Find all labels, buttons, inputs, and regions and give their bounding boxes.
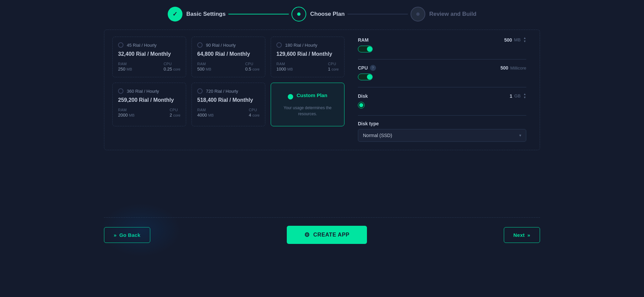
cpu-value: 500	[495, 65, 508, 71]
cpu-unit: Millicore	[510, 66, 526, 71]
main-container: 45 Rial / Hourly 32,400 Rial / Monthly R…	[104, 30, 540, 150]
plan-1-cpu: CPU 0.25 core	[164, 62, 180, 72]
plan-5-cpu: CPU 4 core	[249, 108, 260, 118]
plan-4-header: 360 Rial / Hourly	[118, 88, 180, 94]
plan-1-cpu-value: 0.25 core	[164, 67, 180, 72]
divider-2	[358, 87, 526, 87]
disk-toggle[interactable]	[358, 102, 365, 109]
disk-toggle-row	[358, 102, 526, 109]
disk-type-label: Disk type	[358, 121, 526, 126]
cpu-toggle-row	[358, 74, 526, 80]
plan-3-cpu-value: 1 core	[328, 67, 339, 72]
plan-1-header: 45 Rial / Hourly	[118, 42, 180, 48]
cpu-help-icon[interactable]: ?	[370, 65, 376, 71]
plan-1-ram-value: 250 MB	[118, 67, 132, 72]
step-3-circle	[411, 7, 425, 22]
plan-2-hourly: 90 Rial / Hourly	[206, 43, 236, 48]
plan-3-cpu: CPU 1 core	[328, 62, 339, 72]
plan-3-hourly: 180 Rial / Hourly	[285, 43, 317, 48]
plan-4-cpu: CPU 2 core	[170, 108, 180, 118]
gear-icon: ⚙	[304, 231, 310, 239]
cpu-header: CPU ? 500 Millicore	[358, 65, 526, 71]
disk-down-arrow[interactable]: ▼	[523, 96, 526, 99]
ram-spinner[interactable]: ▲ ▼	[523, 37, 526, 43]
custom-plan-title: Custom Plan	[297, 92, 327, 98]
bottom-bar: » Go Back ⚙ CREATE APP Next »	[104, 218, 540, 252]
plan-5-cpu-value: 4 core	[249, 113, 260, 118]
plan-3-radio	[276, 42, 282, 48]
ram-toggle-thumb	[367, 46, 372, 52]
plan-card-1[interactable]: 45 Rial / Hourly 32,400 Rial / Monthly R…	[112, 37, 186, 77]
plan-card-2[interactable]: 90 Rial / Hourly 64,800 Rial / Monthly R…	[192, 37, 265, 77]
connector-2	[347, 14, 408, 14]
stepper: ✓ Basic Settings Choose Plan Review and …	[0, 0, 644, 27]
disk-label: Disk	[358, 93, 368, 99]
right-panel: RAM 500 MB ▲ ▼	[353, 37, 532, 142]
chevron-down-icon: ▾	[519, 133, 521, 138]
plan-3-ram-value: 1000 MB	[276, 67, 293, 72]
plan-1-specs: RAM 250 MB CPU 0.25 core	[118, 62, 180, 72]
step-3-label: Review and Build	[429, 11, 477, 17]
cpu-toggle-thumb	[367, 74, 372, 80]
step-1-label: Basic Settings	[186, 11, 226, 17]
plan-5-header: 720 Rial / Hourly	[197, 88, 260, 94]
cpu-toggle[interactable]	[358, 74, 373, 80]
plan-3-specs: RAM 1000 MB CPU 1 core	[276, 62, 339, 72]
plan-4-specs: RAM 2000 MB CPU 2 core	[118, 108, 180, 118]
plan-card-4[interactable]: 360 Rial / Hourly 259,200 Rial / Monthly…	[112, 83, 186, 126]
go-back-button[interactable]: » Go Back	[104, 227, 150, 243]
plan-2-ram-value: 500 MB	[197, 67, 211, 72]
plan-3-header: 180 Rial / Hourly	[276, 42, 339, 48]
plan-2-monthly: 64,800 Rial / Monthly	[197, 51, 260, 57]
ram-label: RAM	[358, 37, 369, 43]
disk-indicator	[359, 103, 363, 107]
next-arrows-icon: »	[527, 232, 530, 238]
svg-point-0	[297, 12, 301, 16]
plan-1-radio	[118, 42, 123, 48]
disk-type-dropdown[interactable]: Normal (SSD) ▾	[358, 129, 526, 142]
ram-toggle[interactable]	[358, 46, 373, 52]
disk-row: Disk 1 GB ▲ ▼	[358, 93, 526, 109]
disk-header: Disk 1 GB ▲ ▼	[358, 93, 526, 99]
svg-point-1	[416, 12, 420, 16]
plan-2-radio	[197, 42, 203, 48]
plan-card-3[interactable]: 180 Rial / Hourly 129,600 Rial / Monthly…	[271, 37, 344, 77]
custom-plan-radio	[288, 94, 293, 99]
ram-unit: MB	[514, 37, 521, 42]
plans-layout: 45 Rial / Hourly 32,400 Rial / Monthly R…	[112, 37, 532, 142]
plan-card-5[interactable]: 720 Rial / Hourly 518,400 Rial / Monthly…	[192, 83, 265, 126]
plan-4-ram: RAM 2000 MB	[118, 108, 135, 118]
create-app-button[interactable]: ⚙ CREATE APP	[287, 226, 367, 244]
go-back-arrows-icon: »	[114, 232, 117, 238]
custom-plan-card[interactable]: Custom Plan Your usage determines the re…	[271, 83, 344, 126]
plan-4-hourly: 360 Rial / Hourly	[127, 89, 159, 94]
ram-header: RAM 500 MB ▲ ▼	[358, 37, 526, 43]
custom-plan-desc: Your usage determines the resources.	[276, 105, 339, 117]
ram-toggle-row	[358, 46, 526, 52]
plan-1-monthly: 32,400 Rial / Monthly	[118, 51, 180, 57]
step-choose-plan: Choose Plan	[291, 7, 345, 22]
ram-value: 500	[499, 37, 512, 43]
disk-up-arrow[interactable]: ▲	[523, 93, 526, 96]
ram-up-arrow[interactable]: ▲	[523, 37, 526, 40]
cpu-row: CPU ? 500 Millicore	[358, 65, 526, 80]
plan-5-radio	[197, 88, 203, 94]
plan-3-ram: RAM 1000 MB	[276, 62, 293, 72]
step-2-circle	[291, 7, 306, 22]
disk-spinner[interactable]: ▲ ▼	[523, 93, 526, 99]
plan-5-monthly: 518,400 Rial / Monthly	[197, 97, 260, 103]
plan-5-specs: RAM 4000 MB CPU 4 core	[197, 108, 260, 118]
plan-5-ram: RAM 4000 MB	[197, 108, 214, 118]
plan-5-hourly: 720 Rial / Hourly	[206, 89, 238, 94]
ram-down-arrow[interactable]: ▼	[523, 40, 526, 43]
next-button[interactable]: Next »	[504, 227, 540, 243]
step-review-build: Review and Build	[411, 7, 477, 22]
disk-value: 1	[499, 93, 512, 99]
plan-1-hourly: 45 Rial / Hourly	[127, 43, 157, 48]
plan-1-ram: RAM 250 MB	[118, 62, 132, 72]
plan-2-header: 90 Rial / Hourly	[197, 42, 260, 48]
disk-type-selected: Normal (SSD)	[363, 133, 392, 138]
plan-2-cpu-value: 0.5 core	[245, 67, 260, 72]
plan-4-ram-value: 2000 MB	[118, 113, 135, 118]
plan-3-monthly: 129,600 Rial / Monthly	[276, 51, 339, 57]
